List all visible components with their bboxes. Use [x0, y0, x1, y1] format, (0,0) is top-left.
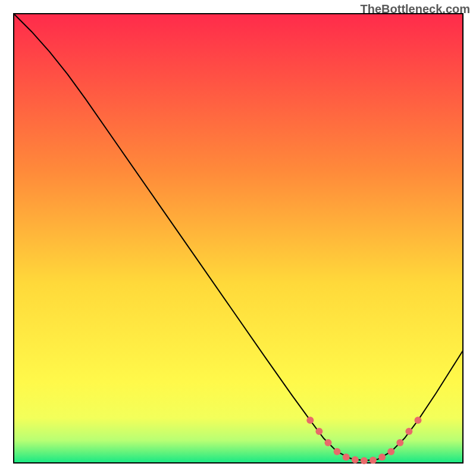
highlight-marker [325, 439, 332, 446]
highlight-marker [415, 416, 422, 424]
highlight-marker [343, 453, 350, 461]
highlight-marker [387, 448, 394, 455]
highlight-marker [396, 439, 403, 446]
highlight-marker [369, 457, 377, 464]
highlight-marker [352, 456, 359, 464]
chart-container: TheBottleneck.com [0, 0, 476, 476]
highlight-marker [405, 428, 412, 435]
plot-background [14, 14, 463, 463]
highlight-marker [361, 457, 368, 464]
watermark-text: TheBottleneck.com [361, 2, 470, 16]
highlight-marker [315, 428, 322, 435]
highlight-marker [334, 448, 341, 455]
bottleneck-chart [0, 0, 476, 476]
highlight-marker [306, 416, 314, 424]
highlight-marker [378, 453, 386, 461]
